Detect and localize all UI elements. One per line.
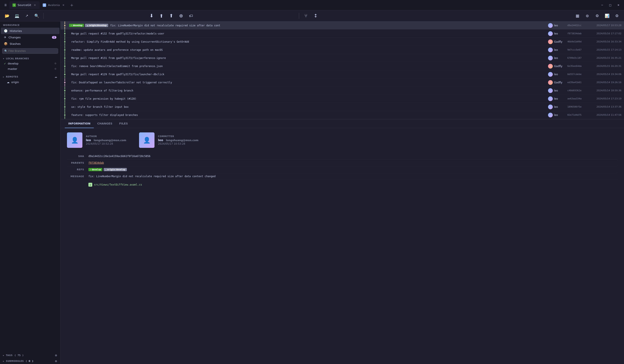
tab-avalonia[interactable]: A Avalonia ✕ bbox=[40, 1, 68, 9]
open-folder-button[interactable]: 📂 bbox=[2, 12, 12, 20]
author-name-c1: leo bbox=[554, 24, 558, 27]
author-avatar-c7: L bbox=[548, 72, 553, 77]
commit-row-c11[interactable]: ux: style for branch filter input boxLle… bbox=[60, 103, 624, 111]
layout-icon: ▦ bbox=[575, 14, 579, 18]
local-branches-label: LOCAL BRANCHES bbox=[6, 57, 29, 60]
statistics-button[interactable]: 📊 bbox=[602, 12, 612, 20]
settings-button[interactable]: ⚙ bbox=[593, 12, 602, 20]
gitflow-icon: ⊚ bbox=[586, 14, 589, 18]
commit-row-c9[interactable]: enhance: performance of filtering branch… bbox=[60, 87, 624, 95]
main-layout: WORKSPACE 🕐 Histories ✈ Changes 1 📦 Stas… bbox=[0, 22, 624, 364]
maximize-button[interactable]: □ bbox=[606, 2, 614, 8]
submodules-count: 0 bbox=[29, 360, 30, 363]
layout-button[interactable]: ▦ bbox=[573, 12, 582, 20]
changes-label: Changes bbox=[9, 36, 21, 39]
commit-row-c6[interactable]: fix: remove SearchResultSelectedCommit f… bbox=[60, 62, 624, 70]
commit-author-c3: GGadfly bbox=[547, 39, 566, 44]
commit-row-c10[interactable]: fix: rpm file permission by habegit (#12… bbox=[60, 95, 624, 103]
author-avatar-c2: L bbox=[548, 31, 553, 36]
local-branches-header[interactable]: ▾ LOCAL BRANCHES bbox=[0, 56, 60, 61]
sidebar-item-histories[interactable]: 🕐 Histories bbox=[1, 28, 59, 34]
sidebar-item-changes[interactable]: ✈ Changes 1 bbox=[1, 34, 59, 41]
refs-local-badge: ✓ develop bbox=[88, 168, 102, 171]
graph-col-c5 bbox=[60, 54, 69, 62]
file-item-0[interactable]: + src/Views/TextDiffView.axaml.cs bbox=[88, 182, 142, 188]
commit-msg-c3: refactor: Simplify FindOrAdd method by u… bbox=[69, 40, 547, 43]
commit-row-c12[interactable]: feature: supports filter displayed branc… bbox=[60, 111, 624, 119]
tab-changes[interactable]: CHANGES bbox=[94, 119, 116, 128]
sidebar-tags-section[interactable]: ▸ TAGS (75) ⊕ bbox=[0, 352, 60, 358]
commit-author-c4: Lleo bbox=[547, 47, 566, 52]
avalonia-tab-close[interactable]: ✕ bbox=[62, 3, 65, 7]
remotes-label: REMOTES bbox=[6, 76, 18, 78]
tag-button[interactable]: 🏷 bbox=[186, 12, 195, 20]
commit-author-c5: Lleo bbox=[547, 56, 566, 60]
add-tab-button[interactable]: + bbox=[68, 2, 75, 9]
ref-badge-origin-develop: ☁ origin/develop bbox=[85, 24, 108, 27]
tags-chevron-icon: ▸ bbox=[3, 354, 4, 357]
commit-row-c7[interactable]: Merge pull request #129 from gadfly3173/… bbox=[60, 70, 624, 78]
commit-msg-c5: Merge pull request #131 from gadfly3173/… bbox=[69, 57, 547, 60]
branch-item-master[interactable]: ✓ master ⚙ bbox=[1, 66, 59, 71]
search-icon: 🔍 bbox=[34, 14, 39, 18]
remote-origin-item[interactable]: ☁ origin bbox=[1, 79, 59, 85]
graph-dot-c3 bbox=[64, 41, 66, 43]
fetch-button[interactable]: ⬇ bbox=[147, 12, 156, 20]
commit-date-c11: 2024/05/14 13:37:36 bbox=[590, 105, 624, 108]
commit-hash-c11: 1896586f5e bbox=[566, 105, 590, 108]
author-name-c4: leo bbox=[554, 48, 558, 51]
filter-branch-wrap: 🔍 bbox=[0, 47, 60, 55]
gitflow-button[interactable]: ⊚ bbox=[583, 12, 592, 20]
tab-sourcegit[interactable]: S SourceGit ✕ bbox=[9, 1, 40, 9]
content-area: ✓ develop☁ origin/developfix: LineNumber… bbox=[60, 22, 624, 364]
tab-files[interactable]: FILES bbox=[116, 119, 131, 128]
sidebar-item-stashes[interactable]: 📦 Stashes bbox=[1, 41, 59, 47]
files-row: + src/Views/TextDiffView.axaml.cs bbox=[67, 180, 618, 190]
open-terminal-button[interactable]: 💻 bbox=[12, 12, 22, 20]
graph-col-c12 bbox=[60, 111, 69, 119]
committer-info: COMMITTER leo longshuang@msn.com 2024/05… bbox=[158, 135, 198, 145]
sourcegit-tab-label: SourceGit bbox=[18, 3, 31, 7]
commit-row-c5[interactable]: Merge pull request #131 from gadfly3173/… bbox=[60, 54, 624, 62]
merge-button[interactable]: ↕ bbox=[311, 12, 320, 20]
author-avatar-c12: L bbox=[548, 113, 553, 117]
branch-item-develop[interactable]: ✓ develop ⚙ bbox=[1, 61, 59, 66]
graph-col-c3 bbox=[60, 38, 69, 46]
menu-button[interactable]: ☰ bbox=[2, 1, 9, 9]
terminal-icon: 💻 bbox=[15, 14, 19, 18]
minimize-button[interactable]: ─ bbox=[598, 2, 606, 8]
filter-button[interactable]: ⚙ bbox=[612, 12, 622, 20]
graph-col-c6 bbox=[60, 62, 69, 70]
close-button[interactable]: ✕ bbox=[615, 2, 622, 8]
stashes-icon: 📦 bbox=[4, 42, 7, 46]
commit-hash-c2: f973834dab bbox=[566, 32, 590, 35]
author-avatar-c4: L bbox=[548, 47, 553, 52]
commit-row-c1[interactable]: ✓ develop☁ origin/developfix: LineNumber… bbox=[60, 22, 624, 30]
open-external-button[interactable]: ↗ bbox=[22, 12, 31, 20]
sidebar-submodules-section[interactable]: ▸ SUBMODULES (0) ⊕ bbox=[0, 358, 60, 364]
commit-author-c12: Lleo bbox=[547, 113, 566, 117]
ref-cloud-icon: ☁ bbox=[86, 24, 88, 26]
push-button[interactable]: ⬆ bbox=[167, 12, 176, 20]
commit-row-c3[interactable]: refactor: Simplify FindOrAdd method by u… bbox=[60, 38, 624, 46]
commit-row-c4[interactable]: readme: update avatars and preference st… bbox=[60, 46, 624, 54]
tags-label: TAGS bbox=[6, 354, 13, 357]
branch-button[interactable]: ⑂ bbox=[301, 12, 310, 20]
tags-add-icon[interactable]: ⊕ bbox=[55, 354, 57, 357]
pull-button[interactable]: ⬇ bbox=[157, 12, 166, 20]
master-filter-icon: ⚙ bbox=[54, 68, 56, 70]
stash-button[interactable]: ⊕ bbox=[177, 12, 186, 20]
author-info: AUTHOR leo longshuang@msn.com 2024/05/17… bbox=[86, 135, 126, 145]
search-button[interactable]: 🔍 bbox=[32, 12, 41, 20]
commit-row-c2[interactable]: Merge pull request #132 from gadfly3173/… bbox=[60, 30, 624, 38]
sourcegit-tab-close[interactable]: ✕ bbox=[33, 3, 37, 7]
remotes-header[interactable]: ▸ REMOTES ☁ bbox=[0, 74, 60, 79]
pull-icon: ⬇ bbox=[159, 13, 163, 19]
parents-label: PARENTS bbox=[67, 161, 84, 164]
filter-branch-input[interactable] bbox=[2, 48, 58, 54]
parents-link[interactable]: f973834dab bbox=[88, 161, 104, 164]
commit-row-c8[interactable]: fix: DoubleTapped on launcherTabsScrolle… bbox=[60, 78, 624, 87]
commit-hash-c10: ae63aa334a bbox=[566, 97, 590, 100]
tab-information[interactable]: INFORMATION bbox=[65, 119, 94, 128]
submodules-add-icon[interactable]: ⊕ bbox=[55, 360, 57, 363]
